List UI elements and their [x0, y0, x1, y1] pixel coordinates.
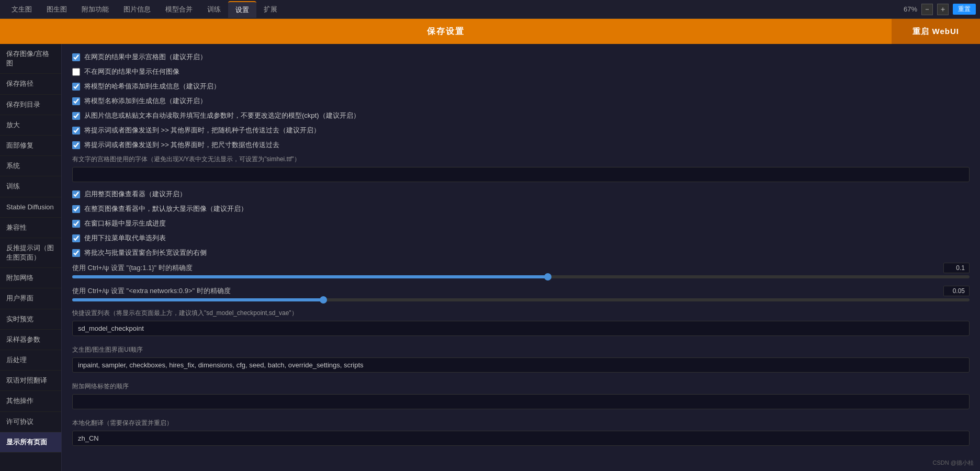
- slider1-container: 使用 Ctrl+/ψ 设置 "{tag:1.1}" 时的精确度 0.1: [72, 263, 970, 278]
- reset-zoom-button[interactable]: 重置: [953, 4, 976, 15]
- tab-settings[interactable]: 设置: [228, 1, 256, 18]
- sidebar-item-extra-network[interactable]: 附加网络: [0, 268, 61, 288]
- sidebar-item-reverse-prompt[interactable]: 反推提示词（图生图页面）: [0, 238, 61, 268]
- name-to-gen-label[interactable]: 将模型名称添加到生成信息（建议开启）: [84, 96, 207, 106]
- zoom-value: 67%: [904, 5, 917, 13]
- sidebar: 保存图像/宫格图 保存路径 保存到目录 放大 面部修复 系统 训练 Stable…: [0, 44, 62, 471]
- show-gallery-checkbox[interactable]: [72, 53, 80, 61]
- slider2-header: 使用 Ctrl+/ψ 设置 "<extra networks:0.9>" 时的精…: [72, 286, 970, 296]
- sidebar-item-system[interactable]: 系统: [0, 156, 61, 176]
- sidebar-item-train[interactable]: 训练: [0, 176, 61, 197]
- sidebar-item-bilingual[interactable]: 双语对照翻译: [0, 371, 61, 391]
- slider1-track: [72, 275, 970, 278]
- ui-order-label: 文生图/图生图界面UI顺序: [72, 345, 970, 354]
- slider2-label: 使用 Ctrl+/ψ 设置 "<extra networks:0.9>" 时的精…: [72, 286, 231, 296]
- checkbox-show-progress-title: 在窗口标题中显示生成进度: [72, 219, 970, 228]
- sidebar-item-postprocess[interactable]: 后处理: [0, 350, 61, 371]
- show-progress-title-checkbox[interactable]: [72, 220, 80, 228]
- checkbox-hash-to-gen: 将模型的哈希值添加到生成信息（建议开启）: [72, 82, 970, 91]
- extra-network-label: 附加网络标签的顺序: [72, 382, 970, 391]
- checkbox-gallery-zoom: 在整页图像查看器中，默认放大显示图像（建议开启）: [72, 204, 970, 214]
- tab-extras[interactable]: 附加功能: [74, 2, 116, 17]
- ui-order-input[interactable]: [72, 357, 970, 373]
- checkbox-show-gallery: 在网页的结果中显示宫格图（建议开启）: [72, 52, 970, 62]
- checkbox-no-update-model: 从图片信息或粘贴文本自动读取并填写生成参数时，不要更改选定的模型(ckpt)（建…: [72, 111, 970, 120]
- slider2-container: 使用 Ctrl+/ψ 设置 "<extra networks:0.9>" 时的精…: [72, 286, 970, 301]
- gallery-zoom-checkbox[interactable]: [72, 205, 80, 213]
- action-bar: 保存设置 重启 WebUI: [0, 19, 980, 44]
- slider2-value: 0.05: [943, 286, 970, 296]
- put-right-checkbox[interactable]: [72, 249, 80, 257]
- slider1-label: 使用 Ctrl+/ψ 设置 "{tag:1.1}" 时的精确度: [72, 263, 193, 273]
- no-update-model-checkbox[interactable]: [72, 112, 80, 120]
- tab-merge[interactable]: 模型合并: [158, 2, 200, 17]
- enable-gallery-viewer-label[interactable]: 启用整页图像查看器（建议开启）: [84, 189, 186, 199]
- send-size-checkbox[interactable]: [72, 141, 80, 149]
- name-to-gen-checkbox[interactable]: [72, 97, 80, 105]
- localization-label: 本地化翻译（需要保存设置并重启）: [72, 419, 970, 428]
- tab-train[interactable]: 训练: [200, 2, 228, 17]
- hash-to-gen-checkbox[interactable]: [72, 83, 80, 91]
- sidebar-item-license[interactable]: 许可协议: [0, 412, 61, 432]
- zoom-minus-button[interactable]: －: [921, 4, 933, 15]
- use-dropdown-label[interactable]: 使用下拉菜单取代单选列表: [84, 233, 166, 243]
- send-seed-checkbox[interactable]: [72, 127, 80, 134]
- content-area: 在网页的结果中显示宫格图（建议开启） 不在网页的结果中显示任何图像 将模型的哈希…: [62, 44, 980, 471]
- font-label: 有文字的宫格图使用的字体（避免出现X/Y表中文无法显示，可设置为"simhei.…: [72, 155, 970, 164]
- slider1-value: 0.1: [943, 263, 970, 273]
- gallery-zoom-label[interactable]: 在整页图像查看器中，默认放大显示图像（建议开启）: [84, 204, 247, 214]
- tab-img2img[interactable]: 图生图: [39, 2, 74, 17]
- main-layout: 保存图像/宫格图 保存路径 保存到目录 放大 面部修复 系统 训练 Stable…: [0, 44, 980, 471]
- send-size-label[interactable]: 将提示词或者图像发送到 >> 其他界面时，把尺寸数据也传送过去: [84, 140, 279, 150]
- sidebar-item-stable-diffusion[interactable]: Stable Diffusion: [0, 197, 61, 218]
- localization-input[interactable]: [72, 431, 970, 446]
- sidebar-item-other-ops[interactable]: 其他操作: [0, 391, 61, 411]
- slider2-thumb[interactable]: [320, 296, 327, 304]
- sidebar-item-ui[interactable]: 用户界面: [0, 288, 61, 309]
- sidebar-item-live-preview[interactable]: 实时预览: [0, 309, 61, 330]
- show-progress-title-label[interactable]: 在窗口标题中显示生成进度: [84, 219, 166, 228]
- slider1-header: 使用 Ctrl+/ψ 设置 "{tag:1.1}" 时的精确度 0.1: [72, 263, 970, 273]
- watermark: CSDN @德小桂: [933, 459, 974, 467]
- tab-txt2img[interactable]: 文生图: [4, 2, 39, 17]
- checkbox-put-right: 将批次与批量设置窗合到长宽设置的右侧: [72, 248, 970, 257]
- slider1-fill: [72, 275, 548, 278]
- sidebar-item-zoom[interactable]: 放大: [0, 115, 61, 136]
- top-nav: 文生图 图生图 附加功能 图片信息 模型合并 训练 设置 扩展 67% － ＋ …: [0, 0, 980, 19]
- send-seed-label[interactable]: 将提示词或者图像发送到 >> 其他界面时，把随机种子也传送过去（建议开启）: [84, 126, 320, 135]
- font-input[interactable]: [72, 167, 970, 182]
- checkbox-send-size: 将提示词或者图像发送到 >> 其他界面时，把尺寸数据也传送过去: [72, 140, 970, 150]
- sidebar-item-save-dir[interactable]: 保存到目录: [0, 95, 61, 115]
- sidebar-item-save-path[interactable]: 保存路径: [0, 74, 61, 94]
- restart-webui-button[interactable]: 重启 WebUI: [892, 19, 980, 44]
- no-image-checkbox[interactable]: [72, 68, 80, 76]
- quicksettings-input[interactable]: [72, 321, 970, 336]
- tab-extensions[interactable]: 扩展: [256, 2, 285, 17]
- hash-to-gen-label[interactable]: 将模型的哈希值添加到生成信息（建议开启）: [84, 82, 220, 91]
- quicksettings-label: 快捷设置列表（将显示在页面最上方，建议填入"sd_model_checkpoin…: [72, 309, 970, 318]
- zoom-controls: 67% － ＋ 重置: [904, 4, 976, 15]
- zoom-plus-button[interactable]: ＋: [937, 4, 949, 15]
- no-image-label[interactable]: 不在网页的结果中显示任何图像: [84, 67, 179, 76]
- sidebar-item-compat[interactable]: 兼容性: [0, 218, 61, 238]
- no-update-model-label[interactable]: 从图片信息或粘贴文本自动读取并填写生成参数时，不要更改选定的模型(ckpt)（建…: [84, 111, 360, 120]
- checkbox-enable-gallery-viewer: 启用整页图像查看器（建议开启）: [72, 189, 970, 199]
- checkbox-send-seed: 将提示词或者图像发送到 >> 其他界面时，把随机种子也传送过去（建议开启）: [72, 126, 970, 135]
- slider2-fill: [72, 298, 323, 301]
- checkbox-use-dropdown: 使用下拉菜单取代单选列表: [72, 233, 970, 243]
- slider1-thumb[interactable]: [544, 273, 551, 281]
- tab-pnginfo[interactable]: 图片信息: [116, 2, 158, 17]
- put-right-label[interactable]: 将批次与批量设置窗合到长宽设置的右侧: [84, 248, 207, 257]
- sidebar-item-sampler-params[interactable]: 采样器参数: [0, 330, 61, 350]
- extra-network-input[interactable]: [72, 394, 970, 409]
- sidebar-item-save-image[interactable]: 保存图像/宫格图: [0, 44, 61, 74]
- checkbox-name-to-gen: 将模型名称添加到生成信息（建议开启）: [72, 96, 970, 106]
- sidebar-item-face-repair[interactable]: 面部修复: [0, 136, 61, 156]
- sidebar-item-show-all[interactable]: 显示所有页面: [0, 432, 61, 453]
- checkbox-no-image: 不在网页的结果中显示任何图像: [72, 67, 970, 76]
- slider2-track: [72, 298, 970, 301]
- save-settings-button[interactable]: 保存设置: [0, 19, 892, 44]
- enable-gallery-viewer-checkbox[interactable]: [72, 190, 80, 198]
- show-gallery-label[interactable]: 在网页的结果中显示宫格图（建议开启）: [84, 52, 207, 62]
- use-dropdown-checkbox[interactable]: [72, 234, 80, 242]
